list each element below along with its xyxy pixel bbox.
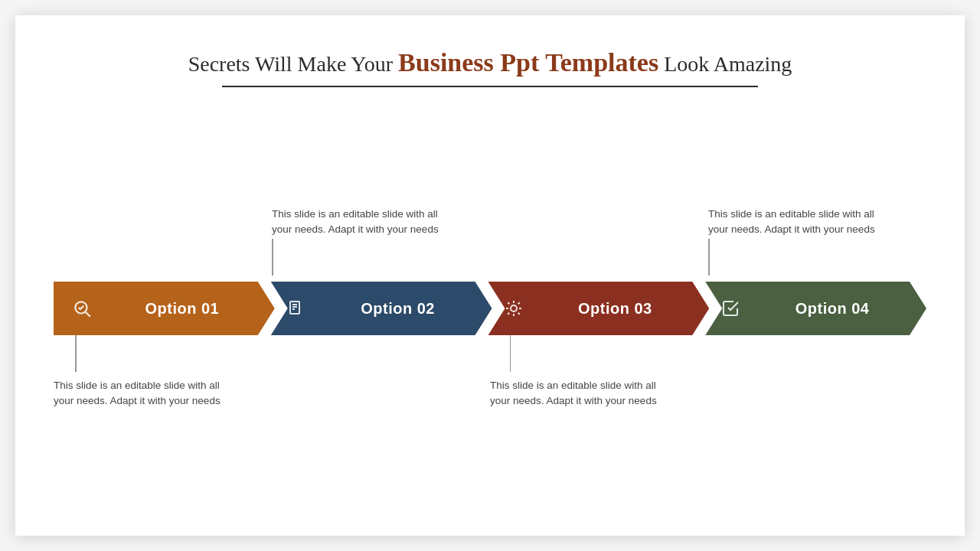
arrow-4-label: Option 04	[750, 300, 926, 318]
bottom-desc-col-4	[708, 341, 926, 409]
vline-bottom-3	[510, 335, 511, 372]
arrow-2: Option 02	[271, 282, 492, 335]
svg-line-1	[86, 312, 90, 317]
title-line: Secrets Will Make Your Business Ppt Temp…	[54, 46, 926, 80]
bottom-desc-col-3: This slide is an editable slide with all…	[490, 341, 708, 409]
arrow-3-label: Option 03	[533, 300, 710, 318]
svg-point-6	[511, 305, 517, 311]
arrow-col-1: Option 01	[54, 282, 275, 335]
arrow-2-icon	[277, 299, 315, 318]
top-desc-col-2: This slide is an editable slide with all…	[272, 207, 490, 276]
arrow-4: Option 04	[705, 282, 926, 335]
desc-option-04: This slide is an editable slide with all…	[708, 207, 877, 238]
arrow-1-label: Option 01	[101, 300, 275, 318]
top-desc-col-1	[54, 207, 272, 276]
svg-line-13	[518, 302, 519, 304]
arrow-2-label: Option 02	[315, 300, 492, 318]
desc-option-03: This slide is an editable slide with all…	[490, 378, 658, 409]
arrow-col-4: Option 04	[705, 282, 926, 335]
vline-top-2	[272, 239, 273, 276]
vline-top-4	[708, 239, 710, 276]
slide: Secrets Will Make Your Business Ppt Temp…	[15, 15, 965, 536]
top-desc-col-3	[490, 207, 708, 276]
svg-line-14	[508, 313, 509, 315]
title-area: Secrets Will Make Your Business Ppt Temp…	[54, 46, 926, 87]
arrow-4-icon	[711, 299, 750, 318]
arrow-3-icon	[495, 299, 533, 318]
title-highlight: Business Ppt Templates	[398, 48, 658, 77]
arrow-1-icon	[63, 298, 101, 318]
arrow-col-2: Option 02	[271, 282, 492, 335]
content-area: This slide is an editable slide with all…	[54, 103, 926, 513]
svg-line-12	[518, 313, 519, 315]
top-desc-col-4: This slide is an editable slide with all…	[708, 207, 926, 276]
arrow-1: Option 01	[54, 282, 275, 335]
bottom-desc-col-2	[272, 341, 490, 409]
desc-option-01: This slide is an editable slide with all…	[54, 378, 222, 409]
bottom-desc-col-1: This slide is an editable slide with all…	[54, 341, 272, 409]
arrow-col-3: Option 03	[488, 282, 710, 335]
title-underline	[222, 86, 758, 87]
vline-bottom-1	[75, 335, 77, 372]
svg-line-11	[508, 302, 509, 304]
arrows-row: Option 01 Option 02	[54, 282, 926, 335]
title-suffix: Look Amazing	[658, 52, 792, 76]
title-prefix: Secrets Will Make Your	[188, 52, 398, 76]
desc-option-02: This slide is an editable slide with all…	[272, 207, 440, 238]
arrow-3: Option 03	[488, 282, 710, 335]
